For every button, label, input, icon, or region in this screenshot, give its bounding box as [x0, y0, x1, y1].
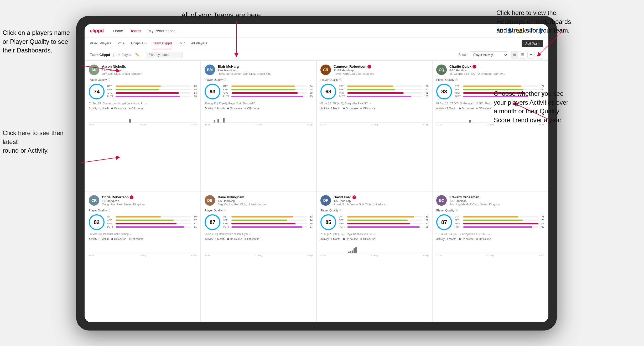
quality-info-icon[interactable]: ⓘ — [339, 78, 342, 82]
recent-round[interactable]: 03 Mar 23 | 19, Must make putting → — [89, 233, 197, 236]
show-select[interactable]: Player Activity Quality Score Trend — [470, 51, 508, 58]
off-course-label: Off course — [363, 107, 375, 110]
subnav-tour[interactable]: Tour — [178, 38, 185, 49]
off-course-label: Off course — [247, 238, 259, 241]
recent-round[interactable]: 18 Jul 23 | 74 (+4), Sunningdale GC - Ol… — [436, 233, 544, 236]
player-card[interactable]: DF David Ford ✓ 1-5 Handicap Royal North… — [317, 191, 432, 322]
quality-info-icon[interactable]: ⓘ — [108, 209, 110, 212]
player-name[interactable]: Dave Billingham — [218, 195, 313, 199]
chart-bar — [208, 122, 210, 123]
player-name[interactable]: Blair McHarg — [218, 65, 313, 68]
player-card[interactable]: BM Blair McHarg Plus Handicap Royal Nort… — [201, 61, 316, 191]
score-circle[interactable]: 87 — [205, 214, 220, 230]
player-card[interactable]: CR Cameron Robertson ✓ 11-15 Handicap Ro… — [317, 61, 432, 191]
player-header: BM Blair McHarg Plus Handicap Royal Nort… — [205, 65, 313, 75]
chart-bar — [206, 122, 208, 123]
quality-content[interactable]: 93 OTT 84 APP 85 ARG — [205, 84, 313, 99]
quality-content[interactable]: 85 OTT 89 APP 80 ARG — [320, 214, 428, 230]
chart-date-3: 4 Sep — [191, 124, 197, 126]
stat-bar — [347, 220, 408, 221]
stat-bar — [231, 92, 298, 94]
add-team-button[interactable]: Add Team — [522, 40, 543, 47]
chart-bar — [335, 122, 337, 123]
nav-item-home[interactable]: Home — [113, 29, 123, 33]
chart-bar — [258, 253, 259, 253]
quality-content[interactable]: 82 OTT 60 APP 77 ARG — [89, 214, 197, 230]
chart-bar — [135, 122, 136, 123]
stat-bar-wrap — [463, 216, 538, 217]
player-card[interactable]: DB Dave Billingham 1-5 Handicap Sag Magi… — [201, 191, 316, 322]
recent-round[interactable]: 26 Aug 23 | 84 (+12), Royal North Devon … — [320, 233, 428, 236]
subnav-pgat[interactable]: PGAT Players — [90, 38, 111, 49]
grid-view-button[interactable]: ⊞ — [511, 51, 518, 58]
stat-bar-wrap — [347, 226, 423, 228]
player-name[interactable]: Edward Crossman — [449, 195, 544, 199]
recent-round[interactable]: 02 Jul 23 | 59 (+17), Craigmillar Park G… — [320, 102, 428, 105]
edit-icon[interactable]: ✏️ — [135, 53, 139, 57]
chart-bar — [126, 122, 127, 123]
player-info: Aaron Nicholls 11-15 Handicap Drift Golf… — [102, 65, 197, 75]
subnav-hcaps[interactable]: Hcaps 1-5 — [131, 38, 147, 49]
quality-content[interactable]: 68 OTT 61 APP 63 ARG — [320, 84, 428, 99]
nav-item-teams[interactable]: Teams — [130, 29, 141, 33]
recent-round[interactable]: 26 Aug 23 | 73 (+1), Royal North Devon G… — [205, 102, 313, 105]
quality-info-icon[interactable]: ⓘ — [455, 78, 458, 82]
player-name[interactable]: Aaron Nicholls — [102, 65, 197, 68]
score-circle[interactable]: 83 — [436, 84, 452, 99]
stat-bar-wrap — [116, 220, 191, 221]
subnav-allplayers[interactable]: All Players — [191, 38, 207, 49]
player-card[interactable]: AN Aaron Nicholls 11-15 Handicap Drift G… — [85, 61, 200, 191]
score-circle[interactable]: 87 — [436, 214, 452, 230]
recent-round[interactable]: 02 Sep 23 | Sunset round to get back int… — [89, 102, 197, 105]
player-name[interactable]: David Ford ✓ — [334, 195, 428, 199]
quality-info-icon[interactable]: ⓘ — [108, 78, 110, 82]
score-circle[interactable]: 85 — [320, 214, 336, 230]
chart-bar — [214, 120, 215, 123]
score-circle[interactable]: 82 — [89, 214, 105, 230]
score-circle[interactable]: 68 — [320, 84, 336, 99]
nav-item-myperformance[interactable]: My Performance — [149, 29, 176, 33]
player-name[interactable]: Charlie Quick ✓ — [449, 65, 544, 68]
stat-bar-wrap — [463, 86, 538, 87]
stat-value: 95 — [308, 95, 313, 98]
list-view-button[interactable]: ☰ — [519, 51, 526, 58]
player-card[interactable]: CQ Charlie Quick ✓ 6-10 Handicap St. Geo… — [433, 61, 548, 191]
score-circle[interactable]: 93 — [205, 84, 220, 99]
chart-bar — [245, 253, 247, 253]
stat-row: OTT 89 — [339, 215, 428, 218]
subnav-pga[interactable]: PGA — [117, 38, 124, 49]
filter-button[interactable]: ▼ — [527, 51, 535, 58]
recent-round[interactable]: 04 Sep 23 | Mobility with coach, Gym → — [205, 233, 313, 236]
quality-info-icon[interactable]: ⓘ — [224, 78, 226, 82]
avatar: CR — [320, 65, 331, 75]
stat-label: APP — [107, 88, 115, 91]
player-name[interactable]: Chris Robertson ✓ — [102, 195, 197, 199]
quality-content[interactable]: 74 OTT 60 APP 58 ARG — [89, 84, 197, 99]
quality-content[interactable]: 87 OTT 82 APP 74 ARG — [205, 214, 313, 230]
off-course-legend: Off course — [129, 238, 143, 241]
subnav-teamclippd[interactable]: Team Clippd — [153, 38, 172, 49]
stat-label: PUTT — [223, 95, 230, 98]
chart-bar — [328, 253, 329, 253]
chart-bar — [252, 253, 254, 253]
player-name[interactable]: Cameron Robertson ✓ — [334, 65, 428, 68]
off-course-legend: Off course — [360, 107, 375, 110]
chart-bar — [447, 253, 449, 253]
quality-info-icon[interactable]: ⓘ — [224, 209, 226, 212]
quality-info-icon[interactable]: ⓘ — [455, 209, 458, 212]
score-circle[interactable]: 74 — [89, 84, 105, 99]
chart-bar — [482, 122, 484, 123]
stat-bar — [116, 220, 174, 221]
search-input[interactable] — [146, 52, 183, 58]
chart-date-1: 31 Jul — [436, 124, 442, 126]
player-club: Royal Perth Golf Club, Australia — [334, 72, 428, 75]
quality-info-icon[interactable]: ⓘ — [339, 209, 342, 212]
player-card[interactable]: EC Edward Crossman 1-5 Handicap Sunningd… — [433, 191, 548, 322]
quality-content[interactable]: 87 OTT 73 APP 79 ARG — [436, 214, 544, 230]
sort-button[interactable]: ↕ — [536, 51, 543, 58]
chart-bar — [206, 253, 208, 253]
header-right: Show: Player Activity Quality Score Tren… — [459, 51, 543, 58]
chart-bar — [137, 122, 138, 123]
player-card[interactable]: CR Chris Robertson ✓ 1-5 Handicap Craigm… — [85, 191, 200, 322]
recent-round-text: 18 Jul 23 | 74 (+4), Sunningdale GC - Ol… — [436, 233, 490, 236]
